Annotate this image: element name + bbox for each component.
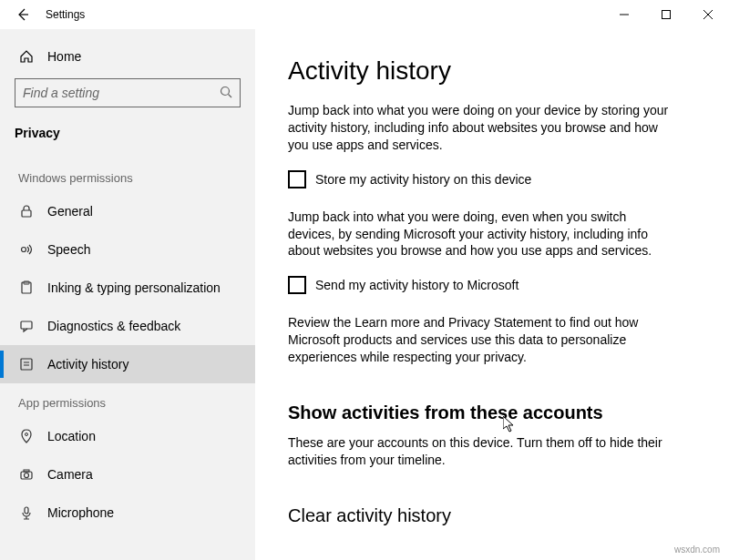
titlebar: Settings	[0, 0, 729, 29]
sidebar-item-label: Inking & typing personalization	[47, 280, 221, 295]
description-text: Jump back into what you were doing, even…	[288, 209, 671, 260]
svg-point-8	[26, 433, 28, 436]
sidebar-item-label: Location	[47, 429, 96, 443]
back-button[interactable]	[12, 4, 34, 25]
content-pane: Activity history Jump back into what you…	[255, 29, 729, 560]
sidebar-item-label: Camera	[47, 467, 93, 482]
svg-rect-6	[21, 321, 32, 329]
window-controls	[603, 0, 729, 29]
home-label: Home	[47, 49, 81, 64]
minimize-button[interactable]	[603, 0, 645, 29]
home-icon	[18, 48, 35, 65]
description-text: Review the Learn more and Privacy Statem…	[288, 314, 671, 366]
sidebar-item-label: Speech	[47, 242, 90, 257]
sidebar-item-location[interactable]: Location	[0, 417, 255, 455]
current-section-label: Privacy	[0, 117, 255, 158]
maximize-button[interactable]	[645, 0, 687, 29]
svg-point-10	[25, 473, 29, 478]
close-button[interactable]	[687, 0, 729, 29]
sidebar-item-label: Microphone	[47, 505, 114, 520]
microphone-icon	[18, 504, 35, 521]
history-icon	[18, 356, 35, 372]
svg-rect-12	[25, 507, 28, 514]
close-icon	[703, 10, 713, 19]
camera-icon	[18, 466, 35, 483]
lock-icon	[18, 203, 35, 219]
arrow-left-icon	[15, 7, 30, 22]
accounts-description: These are your accounts on this device. …	[288, 434, 671, 469]
checkbox-label: Store my activity history on this device	[315, 172, 531, 187]
section-header-windows-permissions: Windows permissions	[0, 158, 255, 192]
maximize-icon	[662, 10, 671, 19]
checkbox-icon	[288, 170, 306, 188]
window-title: Settings	[46, 8, 85, 21]
sidebar-item-label: General	[47, 204, 93, 219]
sidebar: Home Privacy Windows permissions General…	[0, 29, 255, 560]
sidebar-item-camera[interactable]: Camera	[0, 455, 255, 494]
sidebar-item-diagnostics[interactable]: Diagnostics & feedback	[0, 307, 255, 345]
section-title-accounts: Show activities from these accounts	[288, 402, 696, 423]
svg-point-1	[221, 87, 230, 95]
clipboard-icon	[18, 280, 35, 296]
speech-icon	[18, 241, 35, 258]
svg-point-3	[22, 248, 26, 252]
search-input[interactable]	[23, 86, 220, 100]
svg-rect-11	[24, 470, 29, 472]
feedback-icon	[18, 318, 35, 334]
sidebar-item-label: Activity history	[47, 357, 128, 372]
checkbox-icon	[288, 276, 306, 294]
section-header-app-permissions: App permissions	[0, 383, 255, 417]
home-button[interactable]: Home	[0, 38, 255, 75]
sidebar-item-microphone[interactable]: Microphone	[0, 494, 255, 532]
sidebar-item-speech[interactable]: Speech	[0, 230, 255, 269]
search-field[interactable]	[15, 78, 241, 107]
checkbox-store-history[interactable]: Store my activity history on this device	[288, 170, 696, 188]
search-icon	[220, 86, 232, 101]
svg-rect-2	[22, 210, 31, 217]
watermark: wsxdn.com	[674, 545, 720, 555]
checkbox-label: Send my activity history to Microsoft	[315, 278, 519, 292]
svg-rect-7	[21, 359, 32, 370]
sidebar-item-general[interactable]: General	[0, 192, 255, 230]
checkbox-send-microsoft[interactable]: Send my activity history to Microsoft	[288, 276, 696, 294]
sidebar-item-activity-history[interactable]: Activity history	[0, 345, 255, 383]
page-title: Activity history	[288, 56, 696, 86]
section-title-clear: Clear activity history	[288, 505, 696, 526]
location-icon	[18, 428, 35, 444]
sidebar-item-label: Diagnostics & feedback	[47, 319, 180, 333]
minimize-icon	[620, 10, 629, 19]
svg-rect-0	[662, 11, 671, 19]
sidebar-item-inking[interactable]: Inking & typing personalization	[0, 269, 255, 307]
description-text: Jump back into what you were doing on yo…	[288, 102, 671, 154]
